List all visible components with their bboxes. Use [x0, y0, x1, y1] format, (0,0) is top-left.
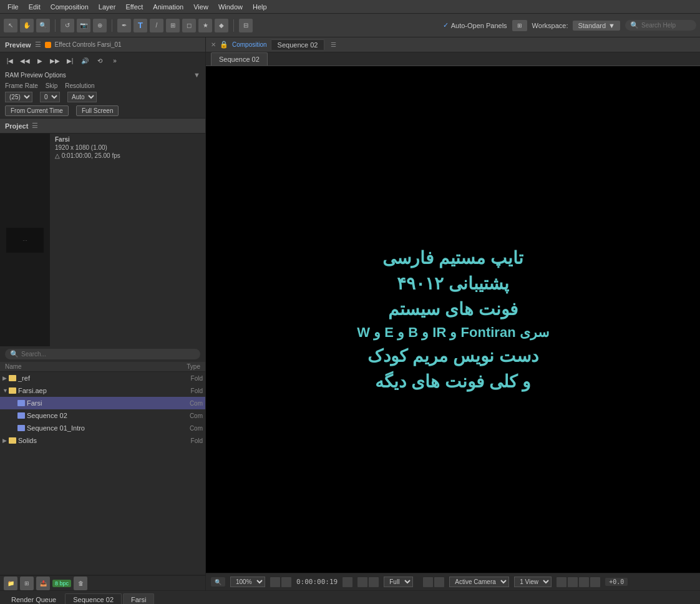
project-panel: Project ☰ ··· Farsi 1920 x 1080 (1.00) △…	[0, 119, 205, 575]
new-comp-icon[interactable]: ⊞	[20, 577, 34, 590]
channel-icon-2[interactable]	[434, 577, 444, 587]
preview-title: Preview	[5, 41, 31, 49]
farsi-line-6: و کلی فونت های دیگه	[357, 371, 548, 392]
search-bar: 🔍	[625, 20, 696, 31]
go-to-end-button[interactable]: ▶|	[64, 55, 76, 66]
tree-row-farsi-aep[interactable]: ▼ Farsi.aep Fold	[0, 384, 205, 397]
resolution-select[interactable]: Auto	[67, 92, 97, 102]
snap-icon[interactable]: ⊟	[239, 19, 253, 32]
tree-name-seq01: Sequence 01_Intro	[27, 424, 190, 432]
menu-edit[interactable]: Edit	[24, 2, 46, 12]
thumbnail-placeholder: ···	[22, 237, 27, 243]
workspace-value: Standard	[578, 22, 606, 29]
comp-tab-menu-icon[interactable]: ☰	[331, 41, 336, 48]
view-icons	[357, 577, 379, 587]
camera-select[interactable]: Active Camera	[449, 577, 509, 587]
puppet-tool[interactable]: ★	[198, 19, 212, 32]
view-icon-1[interactable]	[357, 577, 367, 587]
farsi-timeline-tab-label: Farsi	[131, 596, 146, 603]
frame-icon-2[interactable]	[281, 577, 291, 587]
sequence02-timeline-tab[interactable]: Sequence 02	[65, 593, 122, 604]
ram-preview-label: RAM Preview Options	[5, 72, 66, 79]
view-mode-select[interactable]: Full	[384, 577, 413, 587]
stamp-tool[interactable]: ⊞	[166, 19, 180, 32]
tree-row-sequence01[interactable]: Sequence 01_Intro Com	[0, 422, 205, 434]
menu-help[interactable]: Help	[248, 2, 272, 12]
tree-header: Name Type	[0, 362, 205, 372]
step-forward-button[interactable]: ▶▶	[49, 55, 61, 66]
step-back-button[interactable]: ◀◀	[19, 55, 31, 66]
project-search-input[interactable]	[21, 351, 195, 358]
menu-view[interactable]: View	[188, 2, 213, 12]
tree-row-farsi[interactable]: Farsi Com	[0, 397, 205, 409]
preview-menu-icon[interactable]: ☰	[35, 41, 41, 49]
hand-tool[interactable]: ✋	[20, 19, 34, 32]
right-icon-2[interactable]	[568, 577, 578, 587]
channel-icon-1[interactable]	[423, 577, 433, 587]
tree-row-ref[interactable]: ▶ _ref Fold	[0, 372, 205, 384]
composition-label: Composition	[232, 41, 267, 48]
trash-icon[interactable]: 🗑	[74, 577, 87, 590]
comp-canvas-content: تایپ مستیم فارسی پشتیبانی ۴۹۰۱۲ فونت های…	[206, 66, 700, 573]
menu-animation[interactable]: Animation	[148, 2, 188, 12]
from-current-time-button[interactable]: From Current Time	[5, 105, 69, 116]
tree-row-solids[interactable]: ▶ Solids Fold	[0, 434, 205, 447]
go-to-start-button[interactable]: |◀	[4, 55, 16, 66]
render-queue-tab[interactable]: Render Queue	[4, 594, 64, 604]
brush-tool[interactable]: /	[150, 19, 163, 32]
loop-button[interactable]: ⟲	[94, 55, 106, 66]
view-count-select[interactable]: 1 View	[514, 577, 552, 587]
playback-controls: |◀ ◀◀ ▶ ▶▶ ▶| 🔊 ⟲ »	[0, 52, 205, 69]
text-tool[interactable]: T	[134, 19, 147, 32]
menu-window[interactable]: Window	[213, 2, 248, 12]
menu-file[interactable]: File	[2, 2, 24, 12]
tree-arrow-ref: ▶	[2, 375, 9, 381]
effect-controls-tab[interactable]: Effect Controls Farsi_01	[55, 41, 122, 48]
timecode-display: 0:00:00:19	[296, 578, 338, 586]
farsi-timeline-tab[interactable]: Farsi	[123, 593, 154, 604]
full-screen-button[interactable]: Full Screen	[76, 105, 119, 116]
right-view-icons	[557, 577, 600, 587]
frame-icon-1[interactable]	[270, 577, 280, 587]
audio-button[interactable]: 🔊	[79, 55, 91, 66]
skip-select[interactable]: 0	[40, 92, 60, 102]
right-icon-1[interactable]	[557, 577, 566, 587]
project-menu-icon[interactable]: ☰	[32, 122, 38, 130]
frame-rate-select[interactable]: (25)	[5, 92, 32, 102]
view-icon-2[interactable]	[369, 577, 379, 587]
tree-type-seq01: Com	[190, 425, 203, 432]
camera-tool[interactable]: 📷	[77, 19, 90, 32]
workspace-icon: ⊞	[512, 20, 527, 31]
right-icon-4[interactable]	[590, 577, 600, 587]
folder-icon-ref	[9, 375, 16, 381]
orbit-tool[interactable]: ⊕	[93, 19, 107, 32]
right-icon-3[interactable]	[579, 577, 589, 587]
rotate-tool[interactable]: ↺	[61, 19, 74, 32]
play-button[interactable]: ▶	[34, 55, 46, 66]
menu-layer[interactable]: Layer	[94, 2, 121, 12]
zoom-tool[interactable]: 🔍	[36, 19, 50, 32]
pen-tool[interactable]: ✒	[117, 19, 131, 32]
offset-display: +0.0	[605, 578, 628, 586]
farsi-line-5: دست نویس مریم کودک	[357, 346, 548, 366]
sequence02-tab[interactable]: Sequence 02	[211, 52, 268, 66]
comp-tab-label: Sequence 02	[278, 41, 318, 49]
menu-effect[interactable]: Effect	[120, 2, 148, 12]
camera-capture-icon[interactable]	[343, 577, 352, 587]
composition-tab[interactable]: Sequence 02	[271, 39, 325, 50]
comp-close-button[interactable]: ✕	[211, 41, 216, 48]
new-folder-icon[interactable]: 📁	[4, 577, 17, 590]
zoom-select[interactable]: 100%	[230, 577, 265, 587]
import-icon[interactable]: 📥	[36, 577, 50, 590]
select-tool[interactable]: ↖	[4, 19, 17, 32]
ram-preview-options: RAM Preview Options ▼	[0, 69, 205, 81]
search-input[interactable]	[641, 22, 691, 29]
workspace-selector[interactable]: Standard ▼	[573, 21, 620, 31]
shape-tool[interactable]: ◆	[215, 19, 228, 32]
eraser-tool[interactable]: ◻	[182, 19, 196, 32]
menu-composition[interactable]: Composition	[46, 2, 94, 12]
shuttle-forward-button[interactable]: »	[109, 55, 121, 66]
ram-preview-dropdown-icon[interactable]: ▼	[193, 71, 200, 79]
check-icon: ✓	[443, 21, 449, 29]
tree-row-sequence02[interactable]: Sequence 02 Com	[0, 409, 205, 422]
